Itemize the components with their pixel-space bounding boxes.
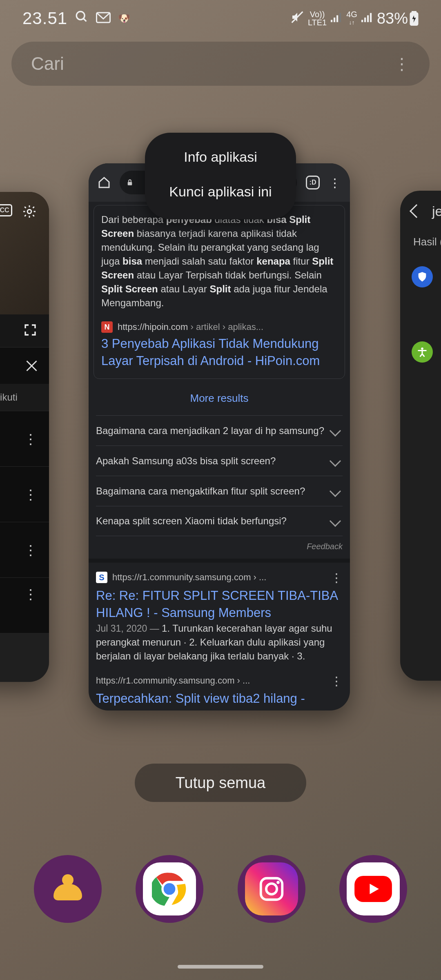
gesture-bar[interactable] [178,965,263,969]
video-controls [0,314,49,347]
person-icon [51,873,84,905]
svg-rect-5 [334,18,335,22]
result-title[interactable]: 3 Penyebab Aplikasi Tidak Mendukung Laya… [101,335,337,370]
result-count: Hasil (4) [400,232,441,258]
people-also-ask: Bagaimana cara menjadikan 2 layar di hp … [89,415,350,536]
search-more-icon[interactable]: ⋮ [394,61,410,66]
volte-indicator: Vo))LTE1 [308,10,327,27]
snippet-text: Dari beberapa penyebab diatas tidak bisa… [101,213,337,310]
svg-point-0 [76,11,85,20]
signal-icon-1 [331,11,342,25]
following-label: engikuti [0,384,49,411]
data-indicator: 4G↓↑ [346,10,357,27]
status-bar: 23.51 🐶 Vo))LTE1 4G↓↑ 83% [0,0,441,37]
dock [0,855,441,923]
app-context-menu: Info aplikasi Kunci aplikasi ini [145,133,296,219]
chrome-menu-icon[interactable]: ⋮ [329,176,341,190]
settings-section[interactable]: Biome [400,258,441,296]
chrome-icon [152,871,187,906]
search-placeholder: Cari [31,53,64,74]
favicon: S [96,572,107,583]
feedback-link[interactable]: Feedback [89,536,350,559]
settings-query: jend [432,203,441,219]
gear-icon [22,204,37,219]
mute-icon [291,11,304,27]
app-icon-search [75,10,89,27]
dock-app-1[interactable] [34,855,102,923]
svg-rect-4 [331,20,332,22]
svg-rect-8 [361,20,363,22]
result-source[interactable]: S https://r1.community.samsung.com › ...… [96,572,343,583]
paa-item[interactable]: Bagaimana cara mengaktifkan fitur split … [96,476,343,506]
list-item[interactable]: ⋮ [0,466,49,522]
svg-rect-6 [336,15,338,22]
list-item[interactable]: ⋮ [0,411,49,466]
svg-rect-9 [364,18,366,22]
more-results-link[interactable]: More results [89,392,350,405]
result-source[interactable]: https://r1.community.samsung.com › ... ⋮ [96,675,343,686]
result-title[interactable]: Re: Re: FITUR SPLIT SCREEN TIBA-TIBA HIL… [96,587,343,621]
youtube-icon [354,875,393,903]
dock-app-instagram[interactable] [238,855,305,923]
search-result[interactable]: S https://r1.community.samsung.com › ...… [89,559,350,663]
menu-item-app-info[interactable]: Info aplikasi [184,149,257,165]
chevron-down-icon [330,425,341,436]
chevron-down-icon [330,455,341,466]
dock-app-youtube[interactable] [339,855,407,923]
result-more-icon[interactable]: ⋮ [330,570,343,585]
status-left: 23.51 🐶 [22,9,130,28]
settings-item[interactable]: Penin Jend [400,371,441,408]
list-item[interactable]: ⋮ [0,522,49,577]
paa-item[interactable]: Apakah Samsung a03s bisa split screen? [96,445,343,476]
close-all-button[interactable]: Tutup semua [135,764,306,802]
signal-icon-2 [361,11,373,25]
settings-header: jend [400,191,441,232]
recent-app-card-settings[interactable]: jend Hasil (4) Biome Pengo Sem Akses Pen… [400,191,441,681]
instagram-icon [257,875,286,903]
status-right: Vo))LTE1 4G↓↑ 83% [291,10,419,27]
tabs-icon[interactable]: :D [306,176,320,189]
paa-item[interactable]: Bagaimana cara menjadikan 2 layar di hp … [96,415,343,445]
recent-app-card-chrome[interactable]: :D ⋮ Dari beberapa penyebab diatas tidak… [89,163,350,710]
svg-rect-10 [367,15,369,22]
accessibility-icon [412,341,433,363]
settings-item[interactable]: TalkB Kura [400,446,441,483]
search-result[interactable]: https://r1.community.samsung.com › ... ⋮… [89,663,350,710]
shield-icon [412,266,433,287]
fullscreen-icon [24,323,37,338]
close-icon[interactable] [25,360,38,372]
cc-icon: CC [0,204,12,216]
svg-point-16 [421,347,423,350]
result-source[interactable]: N https://hipoin.com › artikel › aplikas… [101,321,337,333]
result-more-icon[interactable]: ⋮ [330,674,343,688]
svg-point-21 [266,884,276,894]
dock-app-chrome[interactable] [136,855,203,923]
settings-item[interactable]: Penin Pinta [400,408,441,446]
svg-point-22 [276,881,280,884]
paa-item[interactable]: Kenapa split screen Xiaomi tidak berfung… [96,506,343,536]
featured-snippet: Dari beberapa penyebab diatas tidak bisa… [94,205,345,379]
menu-item-lock-app[interactable]: Kunci aplikasi ini [169,184,272,200]
result-snippet: Jul 31, 2020 — 1. Turunkan kecerahan lay… [96,621,343,663]
more-icon[interactable]: ⋮ [24,542,38,558]
chevron-down-icon [330,515,341,527]
svg-rect-7 [339,13,341,22]
home-icon[interactable] [98,176,111,189]
svg-rect-11 [370,13,372,22]
result-title[interactable]: Terpecahkan: Split view tiba2 hilang - S… [96,690,343,710]
more-icon[interactable]: ⋮ [24,431,38,447]
settings-section[interactable]: Akses [400,333,441,371]
recents-search[interactable]: Cari ⋮ [11,42,430,86]
more-icon[interactable]: ⋮ [24,486,38,503]
status-time: 23.51 [22,9,67,28]
battery-indicator: 83% [377,10,419,27]
back-icon[interactable] [410,204,423,218]
chevron-down-icon [330,485,341,497]
recent-app-card-left[interactable]: CC engikuti ⋮ ⋮ ⋮ ⋮ manfaat, [0,192,49,682]
favicon: N [101,321,113,333]
more-icon[interactable]: ⋮ [24,586,38,602]
settings-item[interactable]: Pengo Sem [400,296,441,333]
svg-rect-15 [128,182,132,185]
filter-bar [0,347,49,384]
list-item[interactable]: ⋮ [0,577,49,633]
